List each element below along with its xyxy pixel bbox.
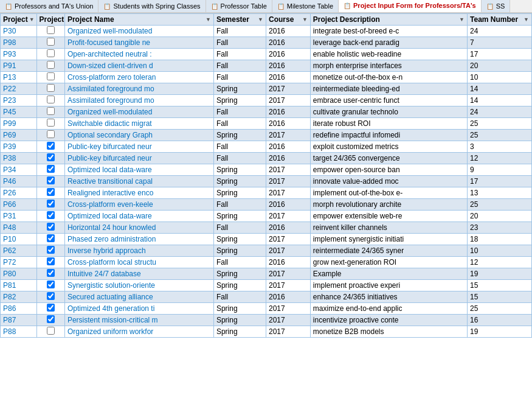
cell-checkbox[interactable] <box>36 153 64 164</box>
col-header-project-ap[interactable]: Project Ap ▼ <box>36 14 64 26</box>
col-header-project-name[interactable]: Project Name ▼ <box>64 14 213 26</box>
cell-team-number: 25 <box>468 199 532 211</box>
cell-checkbox[interactable] <box>36 211 64 222</box>
cell-project-id: P81 <box>1 280 37 291</box>
cell-checkbox[interactable] <box>36 118 64 130</box>
project-approved-checkbox[interactable] <box>47 211 55 219</box>
tab-students-spring[interactable]: 📋 Students with Spring Classes <box>98 0 206 13</box>
cell-team-number: 19 <box>468 268 532 280</box>
tab-ss[interactable]: 📋 SS <box>482 0 511 13</box>
project-approved-checkbox[interactable] <box>47 234 55 242</box>
cell-checkbox[interactable] <box>36 245 64 257</box>
project-approved-checkbox[interactable] <box>47 84 55 92</box>
cell-project-id: P72 <box>1 257 37 268</box>
cell-semester: Fall <box>213 153 266 164</box>
cell-team-number: 17 <box>468 49 532 60</box>
cell-checkbox[interactable] <box>36 176 64 187</box>
table-row: P10Phased zero administrationSpring2017i… <box>1 234 532 245</box>
cell-description: morph enterprise interfaces <box>310 60 467 72</box>
project-approved-checkbox[interactable] <box>47 327 55 335</box>
cell-team-number: 7 <box>468 37 532 49</box>
project-approved-checkbox[interactable] <box>47 281 55 288</box>
cell-checkbox[interactable] <box>36 164 64 176</box>
project-approved-checkbox[interactable] <box>47 304 55 312</box>
cell-team-number: 25 <box>468 303 532 315</box>
cell-checkbox[interactable] <box>36 303 64 315</box>
cell-course: 2017 <box>266 268 310 280</box>
cell-checkbox[interactable] <box>36 280 64 291</box>
tab-milestone-table[interactable]: 📋 Milestone Table <box>272 0 339 13</box>
project-approved-checkbox[interactable] <box>47 26 55 34</box>
col-header-team[interactable]: Team Number ▼ <box>468 14 532 26</box>
project-approved-checkbox[interactable] <box>47 96 55 103</box>
cell-semester: Spring <box>213 176 266 187</box>
project-approved-checkbox[interactable] <box>47 176 55 184</box>
cell-description: implement synergistic initiati <box>310 234 467 245</box>
cell-project-id: P23 <box>1 95 37 106</box>
cell-checkbox[interactable] <box>36 95 64 106</box>
col-sort-desc-icon: ▼ <box>459 16 465 23</box>
project-approved-checkbox[interactable] <box>47 72 55 80</box>
col-header-project[interactable]: Project ▼ <box>1 14 37 26</box>
tab-project-input-form[interactable]: 📋 Project Input Form for Professors/TA's <box>339 0 482 13</box>
project-approved-checkbox[interactable] <box>47 49 55 57</box>
project-approved-checkbox[interactable] <box>47 188 55 196</box>
cell-course: 2016 <box>266 141 310 153</box>
cell-checkbox[interactable] <box>36 315 64 326</box>
project-approved-checkbox[interactable] <box>47 107 55 115</box>
table-row: P72Cross-platform local structuFall2016g… <box>1 257 532 268</box>
cell-project-name: Reactive transitional capal <box>64 176 213 187</box>
cell-project-id: P34 <box>1 164 37 176</box>
cell-checkbox[interactable] <box>36 37 64 49</box>
cell-project-id: P10 <box>1 234 37 245</box>
cell-checkbox[interactable] <box>36 130 64 141</box>
cell-checkbox[interactable] <box>36 234 64 245</box>
cell-checkbox[interactable] <box>36 268 64 280</box>
project-approved-checkbox[interactable] <box>47 130 55 138</box>
cell-project-name: Open-architected neutral : <box>64 49 213 60</box>
project-approved-checkbox[interactable] <box>47 142 55 150</box>
project-approved-checkbox[interactable] <box>47 246 55 254</box>
tab-professors-union[interactable]: 📋 Professors and TA's Union <box>0 0 98 13</box>
tab-professor-table[interactable]: 📋 Professor Table <box>206 0 272 13</box>
cell-project-name: Assimilated foreground mo <box>64 95 213 106</box>
cell-semester: Fall <box>213 60 266 72</box>
col-header-desc[interactable]: Project Description ▼ <box>310 14 467 26</box>
cell-team-number: 16 <box>468 315 532 326</box>
project-approved-checkbox[interactable] <box>47 38 55 46</box>
project-approved-checkbox[interactable] <box>47 223 55 231</box>
cell-checkbox[interactable] <box>36 141 64 153</box>
cell-course: 2017 <box>266 303 310 315</box>
col-header-course[interactable]: Course ▼ <box>266 14 310 26</box>
cell-semester: Spring <box>213 83 266 95</box>
cell-checkbox[interactable] <box>36 326 64 338</box>
cell-course: 2017 <box>266 211 310 222</box>
project-approved-checkbox[interactable] <box>47 257 55 265</box>
project-approved-checkbox[interactable] <box>47 153 55 161</box>
cell-checkbox[interactable] <box>36 257 64 268</box>
cell-project-name: Cross-platform local structu <box>64 257 213 268</box>
project-approved-checkbox[interactable] <box>47 200 55 207</box>
cell-checkbox[interactable] <box>36 187 64 199</box>
cell-checkbox[interactable] <box>36 199 64 211</box>
col-header-semester-label: Semester <box>216 15 249 24</box>
table-row: P69Optional secondary GraphSpring2017red… <box>1 130 532 141</box>
cell-checkbox[interactable] <box>36 83 64 95</box>
cell-checkbox[interactable] <box>36 60 64 72</box>
project-approved-checkbox[interactable] <box>47 269 55 277</box>
project-approved-checkbox[interactable] <box>47 292 55 300</box>
cell-checkbox[interactable] <box>36 291 64 303</box>
cell-checkbox[interactable] <box>36 26 64 37</box>
cell-description: enhance 24/365 initiatives <box>310 291 467 303</box>
cell-description: leverage back-end paradig <box>310 37 467 49</box>
cell-checkbox[interactable] <box>36 72 64 83</box>
cell-project-name: Switchable didactic migrat <box>64 118 213 130</box>
cell-checkbox[interactable] <box>36 106 64 118</box>
project-approved-checkbox[interactable] <box>47 165 55 173</box>
col-header-semester[interactable]: Semester ▼ <box>213 14 266 26</box>
project-approved-checkbox[interactable] <box>47 119 55 127</box>
cell-checkbox[interactable] <box>36 222 64 234</box>
project-approved-checkbox[interactable] <box>47 315 55 323</box>
project-approved-checkbox[interactable] <box>47 61 55 69</box>
cell-checkbox[interactable] <box>36 49 64 60</box>
